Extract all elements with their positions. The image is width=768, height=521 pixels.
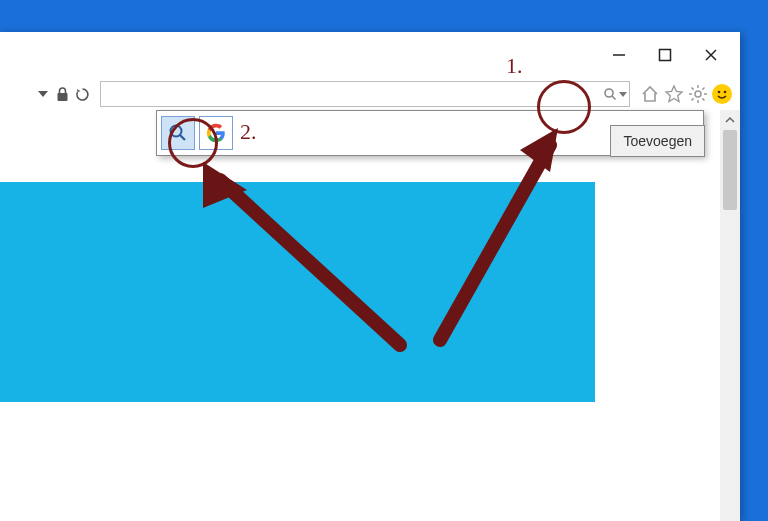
svg-line-15 bbox=[692, 98, 694, 100]
svg-line-6 bbox=[612, 96, 616, 100]
svg-rect-1 bbox=[660, 50, 671, 61]
title-bar bbox=[0, 32, 740, 78]
search-provider-default[interactable] bbox=[161, 116, 195, 150]
svg-line-19 bbox=[180, 135, 185, 140]
page-content bbox=[0, 110, 740, 521]
lock-icon bbox=[56, 87, 69, 102]
search-input[interactable] bbox=[100, 81, 630, 107]
scroll-up-button[interactable] bbox=[720, 110, 740, 130]
emoji-icon[interactable] bbox=[712, 84, 732, 104]
minimize-button[interactable] bbox=[596, 32, 642, 78]
svg-rect-4 bbox=[58, 93, 68, 101]
maximize-button[interactable] bbox=[642, 32, 688, 78]
search-icon bbox=[603, 87, 617, 101]
scroll-track[interactable] bbox=[720, 130, 740, 521]
svg-line-14 bbox=[702, 88, 704, 90]
svg-line-12 bbox=[692, 88, 694, 90]
search-engine-dropdown: Toevoegen bbox=[156, 110, 704, 156]
add-search-engine-button[interactable]: Toevoegen bbox=[610, 125, 705, 157]
right-toolbar-group bbox=[640, 84, 732, 104]
scroll-thumb[interactable] bbox=[723, 130, 737, 210]
svg-point-17 bbox=[724, 91, 727, 94]
annotation-label-2: 2. bbox=[240, 119, 257, 145]
browser-window bbox=[0, 32, 740, 521]
search-provider-google[interactable] bbox=[199, 116, 233, 150]
vertical-scrollbar[interactable] bbox=[720, 110, 740, 521]
favorites-icon[interactable] bbox=[664, 84, 684, 104]
page-background-block bbox=[0, 182, 595, 402]
svg-point-5 bbox=[605, 89, 613, 97]
add-button-label: Toevoegen bbox=[623, 133, 692, 149]
close-button[interactable] bbox=[688, 32, 734, 78]
settings-icon[interactable] bbox=[688, 84, 708, 104]
toolbar bbox=[0, 78, 740, 111]
svg-line-13 bbox=[702, 98, 704, 100]
history-dropdown-icon[interactable] bbox=[38, 91, 48, 97]
svg-point-18 bbox=[171, 126, 182, 137]
svg-point-16 bbox=[718, 91, 721, 94]
annotation-label-1: 1. bbox=[506, 53, 523, 79]
svg-point-7 bbox=[695, 91, 701, 97]
left-toolbar-group bbox=[6, 87, 100, 102]
home-icon[interactable] bbox=[640, 84, 660, 104]
chevron-down-icon bbox=[619, 92, 627, 97]
search-engine-selector[interactable] bbox=[603, 84, 627, 104]
reload-icon[interactable] bbox=[75, 87, 90, 102]
